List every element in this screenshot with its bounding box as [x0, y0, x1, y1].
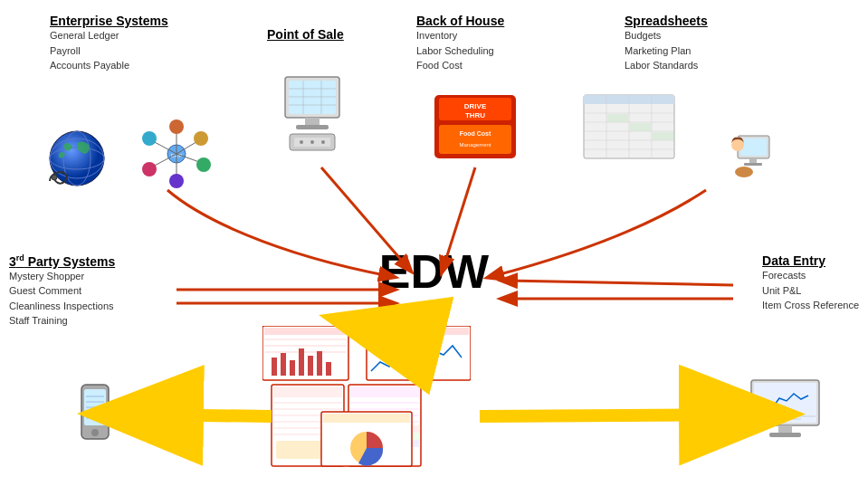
svg-point-8 [169, 119, 184, 134]
point-of-sale-title: Point of Sale [267, 27, 344, 42]
svg-rect-76 [308, 356, 313, 376]
svg-rect-73 [281, 353, 286, 376]
svg-rect-55 [749, 158, 757, 163]
svg-rect-75 [299, 348, 304, 376]
ss-item-3: Labor Standards [625, 58, 708, 73]
tp-item-2: Guest Comment [9, 283, 115, 299]
spreadsheet-icon [579, 91, 679, 163]
third-party-suffix: Party Systems [24, 254, 115, 269]
svg-rect-52 [653, 132, 673, 140]
svg-rect-26 [305, 118, 320, 125]
data-entry-title: Data Entry [762, 253, 859, 268]
svg-text:Food Cost: Food Cost [460, 130, 491, 137]
svg-point-66 [91, 429, 99, 436]
back-of-house-title: Back of House [416, 14, 504, 28]
svg-point-0 [50, 131, 104, 186]
svg-rect-77 [317, 351, 322, 376]
spreadsheets-section: Spreadsheets Budgets Marketing Plan Labo… [625, 14, 708, 73]
svg-rect-54 [740, 138, 767, 156]
svg-point-12 [196, 157, 211, 172]
back-of-house-section: Back of House Inventory Labor Scheduling… [416, 14, 504, 73]
svg-point-16 [142, 162, 157, 176]
third-party-items: Mystery Shopper Guest Comment Cleanlines… [9, 269, 115, 329]
enterprise-item-3: Accounts Payable [50, 58, 168, 73]
svg-rect-78 [326, 362, 331, 376]
enterprise-item-2: Payroll [50, 43, 168, 59]
svg-point-4 [52, 175, 57, 180]
svg-rect-103 [754, 383, 816, 423]
globe-icon [45, 127, 109, 190]
svg-point-32 [321, 140, 325, 144]
svg-rect-104 [778, 425, 792, 433]
svg-rect-100 [323, 414, 410, 423]
back-of-house-items: Inventory Labor Scheduling Food Cost [416, 28, 504, 73]
svg-point-14 [169, 174, 184, 188]
edw-label: EDW [379, 244, 489, 299]
svg-rect-82 [273, 386, 342, 397]
tp-item-4: Staff Training [9, 313, 115, 329]
boh-item-3: Food Cost [416, 58, 504, 73]
svg-point-18 [142, 131, 157, 146]
svg-rect-68 [264, 328, 347, 335]
diagram-container: Enterprise Systems General Ledger Payrol… [0, 0, 868, 496]
bubble-chart-icon: ERP [140, 118, 213, 190]
svg-point-57 [735, 167, 753, 177]
ss-item-2: Marketing Plan [625, 43, 708, 59]
third-party-title: 3rd Party Systems [9, 253, 115, 269]
report-screens-icon [262, 326, 471, 471]
boh-item-2: Labor Scheduling [416, 43, 504, 59]
third-party-prefix: 3 [9, 254, 16, 269]
svg-rect-80 [368, 328, 469, 335]
de-item-1: Forecasts [762, 268, 859, 283]
drive-thru-icon: DRIVE THRU Food Cost Management [430, 91, 520, 163]
svg-rect-27 [296, 125, 329, 129]
svg-rect-50 [607, 114, 628, 122]
svg-point-30 [300, 140, 303, 144]
spreadsheets-items: Budgets Marketing Plan Labor Standards [625, 28, 708, 73]
svg-rect-105 [769, 433, 801, 437]
handheld-device-icon [72, 380, 118, 444]
svg-rect-37 [439, 125, 511, 154]
data-entry-items: Forecasts Unit P&L Item Cross Reference [762, 268, 859, 313]
monitor-icon [747, 376, 828, 448]
data-entry-person-icon [724, 118, 778, 190]
third-party-section: 3rd Party Systems Mystery Shopper Guest … [9, 253, 115, 329]
enterprise-item-1: General Ledger [50, 28, 168, 43]
svg-rect-56 [744, 163, 762, 166]
svg-rect-72 [272, 358, 277, 376]
svg-point-10 [194, 131, 208, 146]
enterprise-systems-items: General Ledger Payroll Accounts Payable [50, 28, 168, 73]
svg-rect-51 [630, 123, 651, 131]
de-item-3: Item Cross Reference [762, 298, 859, 313]
point-of-sale-section: Point of Sale [267, 27, 344, 42]
ss-item-1: Budgets [625, 28, 708, 43]
pos-terminal-icon [276, 72, 348, 154]
de-item-2: Unit P&L [762, 283, 859, 299]
spreadsheets-title: Spreadsheets [625, 14, 708, 28]
tp-item-1: Mystery Shopper [9, 269, 115, 284]
svg-point-31 [310, 140, 314, 144]
boh-item-1: Inventory [416, 28, 504, 43]
enterprise-systems-section: Enterprise Systems General Ledger Payrol… [50, 14, 168, 73]
svg-rect-20 [289, 81, 336, 114]
svg-text:DRIVE: DRIVE [464, 102, 487, 110]
svg-text:Management: Management [459, 142, 491, 148]
svg-text:THRU: THRU [465, 111, 485, 119]
enterprise-systems-title: Enterprise Systems [50, 14, 168, 28]
svg-rect-91 [350, 386, 419, 397]
data-entry-section: Data Entry Forecasts Unit P&L Item Cross… [762, 253, 859, 313]
tp-item-3: Cleanliness Inspections [9, 299, 115, 314]
svg-rect-74 [290, 360, 295, 376]
third-party-sup: rd [16, 253, 24, 262]
